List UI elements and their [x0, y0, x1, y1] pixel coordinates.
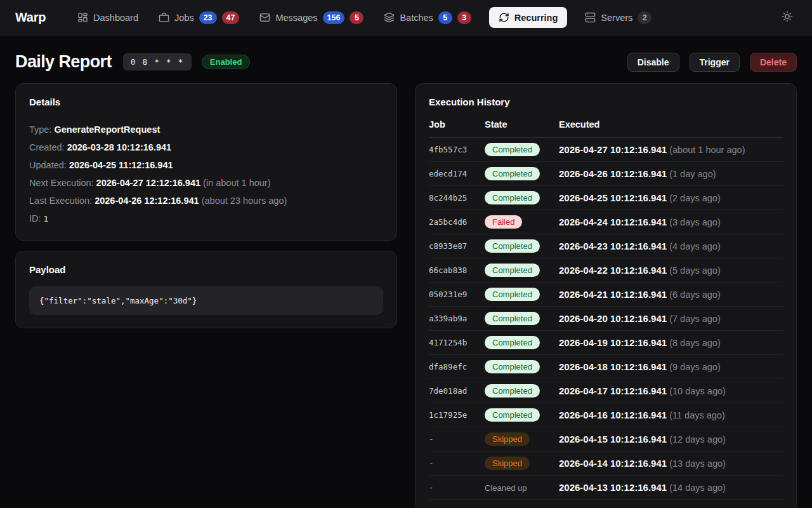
state-badge: Completed	[485, 191, 540, 204]
table-row[interactable]: 1c17925eCompleted2026-04-16 10:12:16.941…	[429, 403, 783, 427]
table-row[interactable]: 7de018adCompleted2026-04-17 10:12:16.941…	[429, 379, 783, 403]
executed-timestamp: 2026-04-22 10:12:16.941	[559, 265, 667, 276]
state-badge: Cleaned up	[485, 483, 527, 493]
nav-item-jobs[interactable]: Jobs2347	[156, 6, 242, 29]
briefcase-icon	[159, 12, 169, 23]
table-row[interactable]: 2a5bc4d6Failed2026-04-24 10:12:16.941 (3…	[429, 210, 783, 234]
detail-label: Last Execution:	[29, 196, 95, 206]
column-header-state: State	[485, 119, 559, 130]
table-row[interactable]: 66cab838Completed2026-04-22 10:12:16.941…	[429, 258, 783, 283]
table-row[interactable]: 8c244b25Completed2026-04-25 10:12:16.941…	[429, 186, 783, 210]
delete-button[interactable]: Delete	[750, 53, 797, 72]
main-content: Details Type: GenerateReportRequestCreat…	[15, 83, 797, 508]
job-id[interactable]: c8933e87	[429, 241, 485, 251]
executed-timestamp: 2026-04-16 10:12:16.941	[559, 410, 667, 420]
nav-count-badge: 3	[457, 11, 471, 24]
table-row[interactable]: -Cleaned up2026-04-13 10:12:16.941 (14 d…	[429, 476, 783, 500]
state-badge: Skipped	[485, 457, 530, 470]
top-nav: Warp DashboardJobs2347Messages1565Batche…	[0, 0, 812, 36]
state-badge: Failed	[485, 215, 522, 229]
table-row[interactable]: dfa89efcCompleted2026-04-18 10:12:16.941…	[429, 355, 783, 379]
state-badge: Completed	[485, 312, 540, 325]
job-id[interactable]: edecd174	[429, 169, 485, 178]
executed-timestamp: 2026-04-19 10:12:16.941	[559, 337, 667, 348]
executed-timestamp: 2026-04-13 10:12:16.941	[559, 482, 667, 493]
nav-item-servers[interactable]: Servers2	[582, 6, 654, 29]
detail-relative-time: (about 23 hours ago)	[199, 196, 287, 206]
state-cell: Skipped	[485, 457, 559, 470]
table-header: Job State Executed	[429, 119, 783, 138]
detail-label: Created:	[29, 142, 67, 152]
executed-cell: 2026-04-18 10:12:16.941 (9 days ago)	[559, 361, 783, 372]
left-column: Details Type: GenerateReportRequestCreat…	[15, 83, 397, 328]
state-badge: Completed	[485, 288, 540, 301]
nav-item-dashboard[interactable]: Dashboard	[75, 7, 141, 28]
column-header-job: Job	[429, 119, 485, 130]
job-id[interactable]: 2a5bc4d6	[429, 217, 485, 227]
state-badge: Completed	[485, 143, 540, 156]
nav-item-messages[interactable]: Messages1565	[257, 6, 366, 29]
executed-relative-time: (3 days ago)	[667, 217, 721, 227]
nav-items: DashboardJobs2347Messages1565Batches53Re…	[75, 6, 654, 29]
state-cell: Completed	[485, 336, 559, 349]
state-badge: Completed	[485, 239, 540, 253]
envelope-icon	[259, 12, 270, 23]
server-icon	[585, 12, 596, 23]
executed-timestamp: 2026-04-17 10:12:16.941	[559, 385, 667, 396]
table-row[interactable]: 4fb557c3Completed2026-04-27 10:12:16.941…	[429, 138, 783, 162]
state-badge: Completed	[485, 384, 540, 398]
job-id[interactable]: a339ab9a	[429, 314, 485, 323]
executed-relative-time: (11 days ago)	[667, 410, 725, 420]
state-cell: Completed	[485, 264, 559, 277]
refresh-icon	[499, 12, 509, 23]
payload-title: Payload	[29, 264, 383, 275]
executed-relative-time: (2 days ago)	[667, 193, 721, 203]
nav-count-badge: 23	[199, 11, 217, 24]
job-id: -	[429, 434, 485, 444]
job-id[interactable]: 4171254b	[429, 338, 485, 347]
disable-button[interactable]: Disable	[627, 53, 679, 72]
table-row[interactable]: -Skipped2026-04-15 10:12:16.941 (12 days…	[429, 427, 783, 451]
job-id[interactable]: 66cab838	[429, 265, 485, 275]
table-row[interactable]: 050231e9Completed2026-04-21 10:12:16.941…	[429, 283, 783, 307]
table-row[interactable]: a339ab9aCompleted2026-04-20 10:12:16.941…	[429, 307, 783, 331]
executed-cell: 2026-04-21 10:12:16.941 (6 days ago)	[559, 289, 783, 300]
table-row[interactable]: edecd174Completed2026-04-26 10:12:16.941…	[429, 162, 783, 186]
executed-timestamp: 2026-04-21 10:12:16.941	[559, 289, 667, 300]
job-id[interactable]: 050231e9	[429, 290, 485, 299]
executed-timestamp: 2026-04-24 10:12:16.941	[559, 217, 667, 227]
nav-item-batches[interactable]: Batches53	[381, 6, 473, 29]
table-row[interactable]: c8933e87Completed2026-04-23 10:12:16.941…	[429, 234, 783, 258]
executed-cell: 2026-04-26 10:12:16.941 (1 day ago)	[559, 168, 783, 179]
job-id[interactable]: dfa89efc	[429, 362, 485, 371]
table-row[interactable]: -Skipped2026-04-14 10:12:16.941 (13 days…	[429, 451, 783, 476]
nav-item-recurring[interactable]: Recurring	[489, 7, 568, 28]
executed-relative-time: (8 days ago)	[667, 338, 721, 348]
detail-row: Updated: 2026-04-25 11:12:16.941	[29, 156, 383, 174]
executed-cell: 2026-04-17 10:12:16.941 (10 days ago)	[559, 385, 783, 396]
executed-timestamp: 2026-04-23 10:12:16.941	[559, 241, 667, 251]
nav-count-badge: 2	[638, 11, 652, 24]
nav-item-label: Messages	[275, 13, 317, 23]
layers-icon	[384, 12, 395, 23]
nav-item-label: Recurring	[514, 13, 558, 23]
trigger-button[interactable]: Trigger	[690, 53, 740, 72]
executed-relative-time: (13 days ago)	[667, 458, 726, 469]
state-cell: Failed	[485, 215, 559, 229]
job-id[interactable]: 1c17925e	[429, 410, 485, 420]
details-card: Details Type: GenerateReportRequestCreat…	[15, 83, 397, 241]
job-id[interactable]: 7de018ad	[429, 386, 485, 396]
state-cell: Completed	[485, 288, 559, 301]
state-badge: Skipped	[485, 432, 530, 446]
state-cell: Completed	[485, 143, 559, 156]
detail-value: GenerateReportRequest	[55, 124, 160, 135]
theme-toggle-button[interactable]	[778, 7, 797, 28]
table-row[interactable]: 4171254bCompleted2026-04-19 10:12:16.941…	[429, 331, 783, 355]
executed-relative-time: (12 days ago)	[667, 434, 726, 444]
executed-timestamp: 2026-04-20 10:12:16.941	[559, 313, 667, 324]
job-id[interactable]: 4fb557c3	[429, 145, 485, 154]
job-id[interactable]: 8c244b25	[429, 193, 485, 203]
executed-cell: 2026-04-23 10:12:16.941 (4 days ago)	[559, 241, 783, 251]
payload-card: Payload {"filter":"stale","maxAge":"30d"…	[15, 251, 397, 328]
state-badge: Completed	[485, 167, 540, 180]
